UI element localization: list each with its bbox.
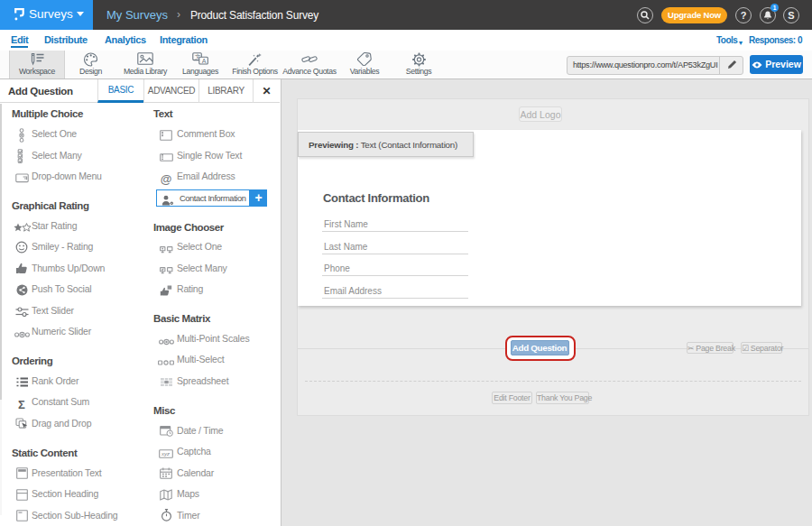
svg-text:A: A [202, 58, 207, 64]
svg-text:xyz: xyz [161, 451, 170, 457]
